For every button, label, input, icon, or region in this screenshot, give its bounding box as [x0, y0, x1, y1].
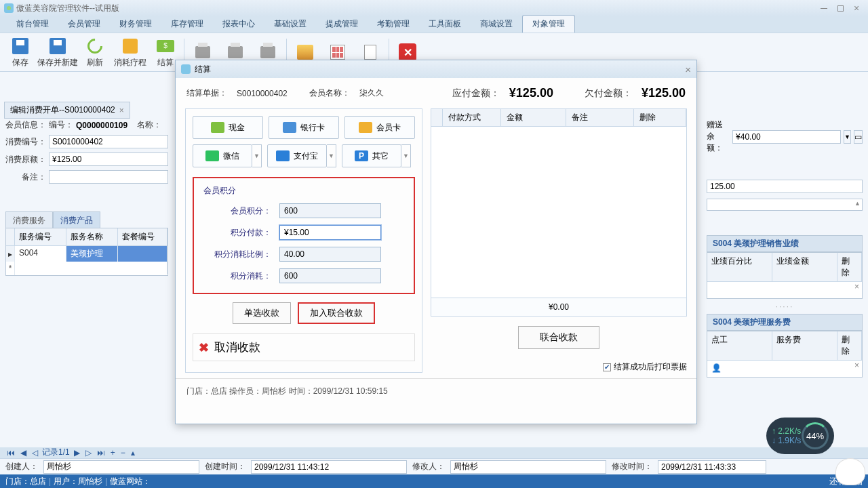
- cancel-collect-button[interactable]: ✖ 取消收款: [193, 333, 415, 361]
- pay-other-button[interactable]: P其它: [342, 144, 401, 167]
- dialog-right: 付款方式 金额 备注 删除 ¥0.00 联合收款 ✔ 结算成功后打印票据: [431, 108, 687, 373]
- fee-panel-title: S004 美颈护理服务费: [707, 314, 863, 331]
- table-row[interactable]: ▸ S004 美颈护理: [6, 246, 167, 262]
- pay-cash-button[interactable]: 现金: [193, 116, 263, 139]
- points-consume-input[interactable]: [279, 268, 381, 283]
- nav-prev2-icon[interactable]: ◁: [31, 448, 39, 458]
- other-dropdown-icon[interactable]: ▼: [401, 144, 411, 167]
- pay-bank-button[interactable]: 银行卡: [269, 116, 339, 139]
- sales-panel-title: S004 美颈护理销售业绩: [707, 235, 863, 252]
- menu-finance[interactable]: 财务管理: [110, 16, 161, 33]
- nav-prev-icon[interactable]: ◀: [19, 448, 28, 458]
- tool-close[interactable]: ✕: [391, 43, 424, 62]
- points-pay-input[interactable]: [279, 225, 381, 240]
- menu-stock[interactable]: 库存管理: [161, 16, 213, 33]
- app-title: 傲蓝美容院管理软件--试用版: [16, 3, 119, 14]
- total-row: ¥0.00: [431, 298, 687, 317]
- combo-collect-button[interactable]: 联合收款: [518, 326, 599, 349]
- nav-next2-icon[interactable]: ▷: [84, 448, 93, 458]
- record-navigator: ⏮ ◀ ◁ 记录1/1 ▶ ▷ ⏭ + − ▴: [5, 447, 136, 458]
- table-row-new[interactable]: *: [6, 262, 167, 275]
- menu-object[interactable]: 对象管理: [522, 15, 575, 33]
- dlg-due: ¥125.00: [509, 86, 553, 100]
- status-bar: 门店：总店| 用户：周怡杉| 傲蓝网站： 还有 0 幅: [0, 474, 868, 488]
- add-combo-collect-button[interactable]: 加入联合收款: [298, 302, 375, 324]
- wechat-dropdown-icon[interactable]: ▼: [252, 144, 262, 167]
- single-collect-button[interactable]: 单选收款: [233, 302, 291, 324]
- nav-last-icon[interactable]: ⏭: [96, 448, 106, 458]
- dlg-member: 柒久久: [359, 87, 384, 99]
- remark-input[interactable]: [49, 170, 168, 184]
- tool-print-1[interactable]: [186, 43, 219, 62]
- menu-report[interactable]: 报表中心: [213, 16, 264, 33]
- menu-member[interactable]: 会员管理: [58, 16, 110, 33]
- points-ratio-input[interactable]: [279, 247, 381, 262]
- tool-save-new[interactable]: 保存并新建: [37, 37, 79, 68]
- tool-new[interactable]: [289, 43, 321, 62]
- tool-print-3[interactable]: [252, 43, 284, 62]
- dialog-footer: 门店：总店 操作员：周怡杉 时间：2099/12/31 10:59:15: [176, 378, 696, 404]
- spinner-up-icon[interactable]: ▲: [854, 200, 861, 207]
- tool-save[interactable]: 保存: [4, 37, 37, 68]
- sales-table: 业绩百分比 业绩金额 删除 ×: [707, 252, 863, 299]
- points-balance-input[interactable]: [279, 203, 381, 218]
- cancel-icon: ✖: [199, 340, 209, 355]
- print-checkbox[interactable]: ✔: [603, 363, 611, 371]
- tool-refresh[interactable]: 刷新: [79, 37, 111, 68]
- maximize-button[interactable]: [833, 3, 848, 14]
- nav-edit-icon[interactable]: ▴: [130, 448, 136, 458]
- minimize-button[interactable]: [816, 3, 831, 14]
- alipay-dropdown-icon[interactable]: ▼: [327, 144, 336, 167]
- service-table: 服务编号 服务名称 套餐编号 ▸ S004 美颈护理 *: [5, 228, 168, 276]
- bill-no-input[interactable]: [49, 135, 168, 148]
- mascot-icon[interactable]: [835, 458, 865, 485]
- menu-basic[interactable]: 基础设置: [264, 16, 316, 33]
- fee-table: 点工 服务费 删除 👤 ×: [707, 331, 863, 378]
- nav-del-icon[interactable]: −: [119, 448, 127, 458]
- menu-front[interactable]: 前台管理: [7, 16, 58, 33]
- dialog-title: 结算: [195, 64, 211, 75]
- worker-icon[interactable]: 👤: [711, 363, 722, 373]
- gift-balance-input[interactable]: [732, 130, 841, 144]
- document-tab[interactable]: 编辑消费开单--S0010000402 ×: [4, 102, 130, 119]
- creator-input[interactable]: [43, 460, 199, 474]
- tool-print-2[interactable]: [219, 43, 252, 62]
- tool-course[interactable]: 消耗疗程: [111, 37, 149, 68]
- menu-tool[interactable]: 工具面板: [419, 16, 471, 33]
- modifier-input[interactable]: [450, 460, 606, 474]
- mtime-input[interactable]: [658, 460, 766, 474]
- speed-widget[interactable]: ↑ 2.2K/s ↓ 1.9K/s 44%: [766, 418, 834, 454]
- tool-doc[interactable]: [354, 43, 387, 62]
- pay-wechat-button[interactable]: 微信: [193, 144, 252, 167]
- close-window-button[interactable]: ×: [849, 3, 864, 14]
- dialog-logo-icon: [181, 64, 191, 74]
- info-bar: 创建人： 创建时间： 修改人： 修改时间：: [0, 458, 868, 474]
- document-tab-close-icon[interactable]: ×: [119, 106, 124, 115]
- amount-input[interactable]: [49, 152, 168, 166]
- dlg-bill-no: S0010000402: [237, 89, 288, 98]
- ctime-input[interactable]: [251, 460, 407, 474]
- menu-attendance[interactable]: 考勤管理: [368, 16, 419, 33]
- menu-mall[interactable]: 商城设置: [471, 16, 522, 33]
- value-125-input[interactable]: [707, 180, 863, 193]
- subtab-service[interactable]: 消费服务: [5, 211, 53, 230]
- card-icon[interactable]: ▭: [854, 130, 863, 144]
- points-box: 会员积分 会员积分： 积分付款： 积分消耗比例： 积分消耗：: [193, 177, 415, 294]
- delete-row-icon[interactable]: ×: [854, 282, 859, 291]
- dialog-close-button[interactable]: ×: [685, 64, 691, 75]
- nav-add-icon[interactable]: +: [109, 448, 117, 458]
- subtab-product[interactable]: 消费产品: [53, 211, 100, 230]
- delete-row-icon[interactable]: ×: [854, 361, 859, 370]
- nav-first-icon[interactable]: ⏮: [5, 448, 16, 458]
- speed-ring-icon: 44%: [802, 422, 829, 449]
- menu-commission[interactable]: 提成管理: [316, 16, 368, 33]
- pay-card-button[interactable]: 会员卡: [344, 116, 415, 139]
- nav-next-icon[interactable]: ▶: [73, 448, 81, 458]
- sub-tabs: 消费服务 消费产品: [5, 211, 100, 230]
- pay-alipay-button[interactable]: 支付宝: [267, 144, 327, 167]
- app-logo-icon: [4, 3, 14, 13]
- dropdown-icon[interactable]: ▼: [844, 130, 851, 144]
- tool-calendar[interactable]: [321, 43, 354, 62]
- title-bar: 傲蓝美容院管理软件--试用版 ×: [0, 0, 868, 16]
- settlement-dialog: 结算 × 结算单据： S0010000402 会员名称： 柒久久 应付金额： ¥…: [175, 60, 697, 424]
